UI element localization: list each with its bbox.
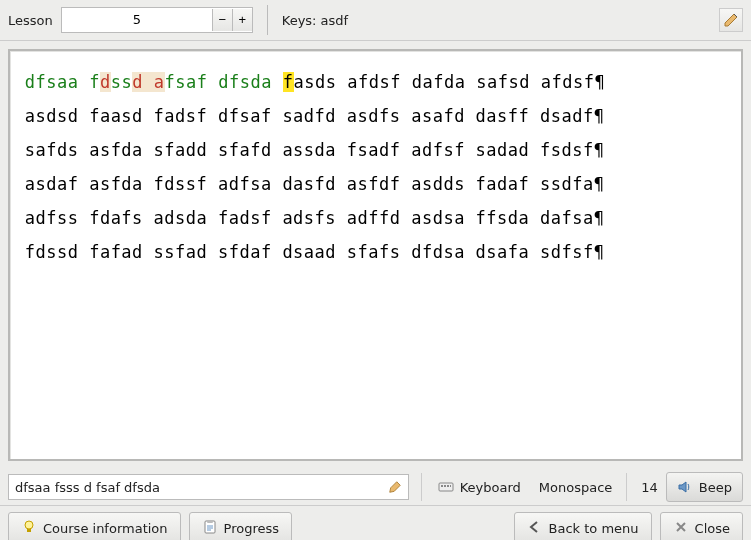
progress-button[interactable]: Progress: [189, 512, 292, 540]
edit-lesson-button[interactable]: [719, 8, 743, 32]
status-separator-2: [626, 473, 627, 501]
broom-icon: [388, 480, 402, 494]
top-toolbar: Lesson − + Keys: asdf: [0, 0, 751, 41]
status-separator: [421, 473, 422, 501]
course-information-button[interactable]: Course information: [8, 512, 181, 540]
typed-text: dfsaa fsss d fsaf dfsda: [15, 480, 160, 495]
keyboard-icon: [438, 479, 454, 495]
font-size-label[interactable]: 14: [633, 469, 666, 505]
lesson-spinner: − +: [61, 7, 253, 33]
lesson-increment-button[interactable]: +: [232, 9, 252, 31]
svg-rect-1: [441, 485, 443, 487]
lesson-number-input[interactable]: [62, 9, 212, 31]
lesson-line: asdaf asfda fdssf adfsa dasfd asfdf asdd…: [14, 167, 737, 201]
keys-label: Keys: asdf: [282, 13, 348, 28]
lesson-label: Lesson: [8, 13, 53, 28]
lesson-line: safds asfda sfadd sfafd assda fsadf adfs…: [14, 133, 737, 167]
svg-rect-3: [447, 485, 449, 487]
font-name-label[interactable]: Monospace: [531, 469, 621, 505]
lesson-decrement-button[interactable]: −: [212, 9, 232, 31]
svg-rect-8: [207, 520, 213, 523]
beep-toggle-button[interactable]: Beep: [666, 472, 743, 502]
toolbar-separator: [267, 5, 268, 35]
course-information-label: Course information: [43, 521, 168, 536]
back-to-menu-button[interactable]: Back to menu: [514, 512, 652, 540]
pencil-icon: [723, 12, 739, 28]
svg-rect-2: [444, 485, 446, 487]
status-bar: dfsaa fsss d fsaf dfsda Keyboard Monospa…: [0, 469, 751, 505]
svg-point-5: [25, 521, 33, 529]
keyboard-label: Keyboard: [460, 480, 521, 495]
keyboard-toggle-button[interactable]: Keyboard: [428, 469, 531, 505]
close-icon: [673, 519, 689, 538]
back-arrow-icon: [527, 519, 543, 538]
lesson-line: adfss fdafs adsda fadsf adsfs adffd asds…: [14, 201, 737, 235]
beep-label: Beep: [699, 480, 732, 495]
svg-rect-4: [450, 485, 451, 487]
bottom-bar: Course information Progress Back to menu…: [0, 505, 751, 540]
progress-label: Progress: [224, 521, 279, 536]
lesson-text-area[interactable]: dfsaa fdssd afsaf dfsda fasds afdsf dafd…: [8, 49, 743, 461]
clipboard-icon: [202, 519, 218, 538]
svg-rect-6: [27, 529, 31, 532]
lesson-line: dfsaa fdssd afsaf dfsda fasds afdsf dafd…: [14, 65, 737, 99]
back-to-menu-label: Back to menu: [549, 521, 639, 536]
lightbulb-icon: [21, 519, 37, 538]
clear-typed-button[interactable]: [388, 480, 402, 494]
typed-input[interactable]: dfsaa fsss d fsaf dfsda: [8, 474, 409, 500]
close-button[interactable]: Close: [660, 512, 743, 540]
lesson-line: asdsd faasd fadsf dfsaf sadfd asdfs asaf…: [14, 99, 737, 133]
close-label: Close: [695, 521, 730, 536]
speaker-icon: [677, 479, 693, 495]
lesson-line: fdssd fafad ssfad sfdaf dsaad sfafs dfds…: [14, 235, 737, 269]
